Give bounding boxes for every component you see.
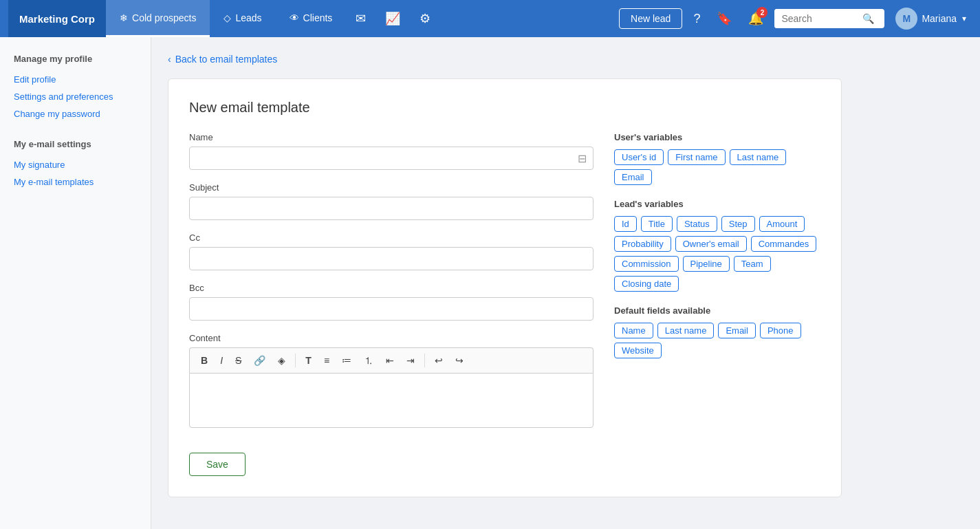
notifications-button[interactable]: 🔔 2 (743, 8, 769, 29)
avatar: M (895, 8, 917, 30)
toolbar-italic-button[interactable]: I (215, 352, 228, 369)
nav-tab-clients[interactable]: 👁 Clients (276, 0, 347, 37)
variables-panel: User's variables User's id First name La… (614, 132, 820, 476)
defaults-variables-section: Default fields available Name Last name … (614, 305, 820, 358)
var-tag-title[interactable]: Title (641, 216, 673, 232)
toolbar-strikethrough-button[interactable]: S (230, 352, 247, 369)
defaults-variables-title: Default fields available (614, 305, 820, 316)
nav-email-icon[interactable]: ✉ (346, 0, 375, 37)
toolbar-format-button[interactable]: ◈ (272, 352, 291, 369)
bookmark-icon-button[interactable]: 🔖 (711, 8, 737, 29)
sidebar-item-my-signature[interactable]: My signature (11, 156, 140, 173)
var-tag-phone[interactable]: Phone (760, 323, 801, 338)
toolbar-indent-button[interactable]: ⇥ (401, 352, 420, 369)
var-tag-commandes[interactable]: Commandes (751, 236, 817, 252)
nav-tab-cold-prospects-label: Cold prospects (132, 12, 196, 23)
back-link[interactable]: ‹ Back to email templates (168, 54, 963, 65)
users-variables-title: User's variables (614, 132, 820, 142)
nav-tab-cold-prospects[interactable]: ❄ Cold prospects (106, 0, 210, 37)
var-tag-commission[interactable]: Commission (614, 256, 679, 272)
leads-variables-tags: Id Title Status Step Amount Probability … (614, 216, 820, 292)
brand-logo: Marketing Corp (8, 0, 106, 37)
subject-field-group: Subject (189, 182, 594, 220)
var-tag-probability[interactable]: Probability (614, 236, 671, 252)
sidebar: Manage my profile Edit profile Settings … (0, 37, 151, 529)
var-tag-amount[interactable]: Amount (759, 216, 805, 232)
cc-input[interactable] (189, 247, 594, 270)
new-lead-button[interactable]: New lead (619, 8, 682, 29)
help-icon-button[interactable]: ? (688, 9, 706, 29)
var-tag-last-name[interactable]: Last name (730, 149, 787, 165)
nav-settings-icon[interactable]: ⚙ (410, 0, 440, 37)
name-input-wrapper: ⊟ (189, 147, 594, 170)
content-editor[interactable] (189, 373, 594, 428)
toolbar-undo-button[interactable]: ↩ (429, 352, 448, 369)
var-tag-website[interactable]: Website (614, 343, 662, 358)
var-tag-first-name[interactable]: First name (668, 149, 725, 165)
sidebar-item-email-templates[interactable]: My e-mail templates (11, 173, 140, 191)
toolbar-ordered-list-button[interactable]: ⒈ (358, 352, 379, 369)
toolbar-align-button[interactable]: ≡ (318, 352, 335, 369)
var-tag-team[interactable]: Team (734, 256, 771, 272)
save-button[interactable]: Save (189, 453, 246, 476)
back-link-label: Back to email templates (175, 54, 278, 65)
cc-field-group: Cc (189, 233, 594, 270)
var-tag-status[interactable]: Status (677, 216, 717, 232)
nav-analytics-icon[interactable]: 📈 (375, 0, 410, 37)
sidebar-item-change-password[interactable]: Change my password (11, 105, 140, 122)
users-variables-section: User's variables User's id First name La… (614, 132, 820, 185)
chevron-down-icon: ▾ (962, 14, 966, 23)
variable-icon: ⊟ (578, 152, 587, 165)
subject-input[interactable] (189, 197, 594, 220)
sidebar-item-settings-preferences[interactable]: Settings and preferences (11, 88, 140, 105)
notification-badge: 2 (756, 7, 767, 18)
bcc-input[interactable] (189, 297, 594, 321)
form-left: Name ⊟ Subject Cc (189, 132, 594, 476)
toolbar-separator-2 (424, 354, 425, 367)
toolbar-bold-button[interactable]: B (195, 352, 213, 369)
search-button[interactable]: 🔍 (857, 9, 880, 28)
nav-right-area: New lead ? 🔖 🔔 2 🔍 M Mariana ▾ (619, 5, 972, 32)
nav-tab-leads[interactable]: ◇ Leads (210, 0, 275, 37)
sidebar-item-edit-profile[interactable]: Edit profile (11, 71, 140, 88)
var-tag-default-last-name[interactable]: Last name (657, 323, 715, 338)
leads-icon: ◇ (224, 12, 231, 23)
subject-label: Subject (189, 182, 594, 193)
sidebar-section-profile: Manage my profile Edit profile Settings … (11, 54, 140, 122)
var-tag-id[interactable]: Id (614, 216, 637, 232)
back-chevron-icon: ‹ (168, 54, 171, 65)
form-card: New email template Name ⊟ Subject (168, 78, 842, 497)
main-content: ‹ Back to email templates New email temp… (151, 37, 980, 529)
main-layout: Manage my profile Edit profile Settings … (0, 37, 980, 529)
form-title: New email template (189, 100, 820, 116)
var-tag-user-email[interactable]: Email (614, 169, 652, 185)
leads-variables-title: Lead's variables (614, 199, 820, 209)
toolbar-font-button[interactable]: T (300, 352, 317, 369)
cold-prospects-icon: ❄ (120, 12, 128, 23)
toolbar-unordered-list-button[interactable]: ≔ (336, 352, 357, 369)
var-tag-step[interactable]: Step (721, 216, 755, 232)
bcc-label: Bcc (189, 283, 594, 293)
search-box: 🔍 (774, 9, 884, 28)
top-navigation: Marketing Corp ❄ Cold prospects ◇ Leads … (0, 0, 980, 37)
toolbar-outdent-button[interactable]: ⇤ (380, 352, 400, 369)
cc-label: Cc (189, 233, 594, 243)
user-menu[interactable]: M Mariana ▾ (890, 5, 972, 32)
search-input[interactable] (774, 9, 857, 28)
var-tag-default-email[interactable]: Email (718, 323, 756, 338)
nav-tab-leads-label: Leads (235, 12, 261, 23)
user-name: Mariana (922, 13, 957, 24)
form-two-col: Name ⊟ Subject Cc (189, 132, 820, 476)
bcc-field-group: Bcc (189, 283, 594, 321)
var-tag-users-id[interactable]: User's id (614, 149, 664, 165)
toolbar-redo-button[interactable]: ↪ (450, 352, 469, 369)
var-tag-pipeline[interactable]: Pipeline (683, 256, 730, 272)
var-tag-owners-email[interactable]: Owner's email (675, 236, 747, 252)
var-tag-name[interactable]: Name (614, 323, 653, 338)
toolbar-link-button[interactable]: 🔗 (248, 352, 271, 369)
defaults-variables-tags: Name Last name Email Phone Website (614, 323, 820, 358)
name-label: Name (189, 132, 594, 142)
editor-toolbar: B I S 🔗 ◈ T ≡ ≔ ⒈ ⇤ ⇥ (189, 347, 594, 373)
var-tag-closing-date[interactable]: Closing date (614, 276, 679, 292)
name-input[interactable] (189, 147, 594, 170)
